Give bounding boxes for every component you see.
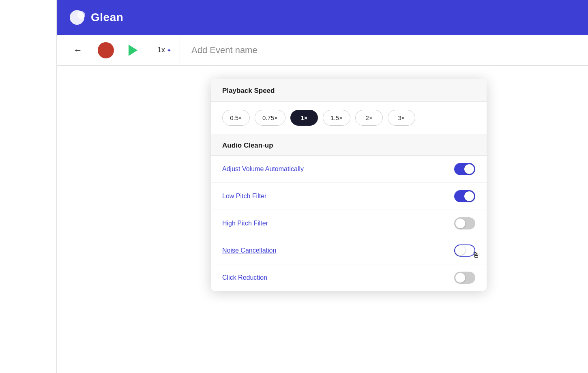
high-pitch-filter-toggle[interactable] xyxy=(454,217,475,229)
adjust-volume-toggle[interactable]: ✓ xyxy=(454,163,475,175)
speed-option-0.75x[interactable]: 0.75× xyxy=(255,110,285,126)
toggle-checkmark: ✓ xyxy=(468,166,473,172)
svg-point-1 xyxy=(77,11,85,19)
settings-dropdown: Playback Speed 0.5× 0.75× 1× 1.5× 2× 3× … xyxy=(211,79,487,291)
playback-speed-header: Playback Speed xyxy=(211,79,487,102)
toggle-row-high-pitch: High Pitch Filter xyxy=(211,210,487,237)
speed-button[interactable]: 1x✦ xyxy=(151,46,178,54)
speed-option-1.5x[interactable]: 1.5× xyxy=(323,110,350,126)
app-title: Glean xyxy=(91,11,123,24)
event-name-field[interactable]: Add Event name xyxy=(182,45,578,56)
speed-option-1x[interactable]: 1× xyxy=(290,110,318,126)
toggle-row-low-pitch: Low Pitch Filter ✓ xyxy=(211,183,487,210)
toolbar: ← 1x✦ Add Event name xyxy=(57,35,588,66)
low-pitch-filter-toggle[interactable]: ✓ xyxy=(454,190,475,202)
speed-star-icon: ✦ xyxy=(167,47,172,54)
play-button[interactable] xyxy=(119,45,147,56)
speed-options-group: 0.5× 0.75× 1× 1.5× 2× 3× xyxy=(211,102,487,134)
toggle-checkmark: ✓ xyxy=(468,193,473,199)
audio-cleanup-header: Audio Clean-up xyxy=(211,134,487,156)
toolbar-divider-1 xyxy=(91,35,91,66)
high-pitch-filter-label[interactable]: High Pitch Filter xyxy=(222,220,268,227)
speed-option-0.5x[interactable]: 0.5× xyxy=(222,110,250,126)
record-button[interactable] xyxy=(98,42,114,58)
low-pitch-filter-label[interactable]: Low Pitch Filter xyxy=(222,193,266,200)
toolbar-divider-2 xyxy=(149,35,149,66)
adjust-volume-label[interactable]: Adjust Volume Automatically xyxy=(222,165,304,173)
speed-option-2x[interactable]: 2× xyxy=(355,110,383,126)
sidebar xyxy=(0,0,57,373)
back-button[interactable]: ← xyxy=(67,35,89,66)
play-icon xyxy=(129,45,137,56)
click-reduction-label[interactable]: Click Reduction xyxy=(222,274,267,281)
speed-option-3x[interactable]: 3× xyxy=(388,110,415,126)
logo: Glean xyxy=(70,10,123,25)
toolbar-divider-3 xyxy=(180,35,180,66)
click-reduction-toggle[interactable] xyxy=(454,272,475,284)
noise-cancellation-label[interactable]: Noise Cancellation xyxy=(222,247,276,254)
speed-value: 1x xyxy=(157,46,165,54)
noise-cancellation-toggle[interactable]: 🖱 xyxy=(454,244,475,257)
toggle-row-noise-cancellation: Noise Cancellation 🖱 xyxy=(211,237,487,264)
app-header: Glean xyxy=(57,0,588,35)
main-content: Playback Speed 0.5× 0.75× 1× 1.5× 2× 3× … xyxy=(57,66,588,373)
toggle-row-adjust-volume: Adjust Volume Automatically ✓ xyxy=(211,156,487,183)
glean-logo-icon xyxy=(70,10,86,25)
toggle-row-click-reduction: Click Reduction xyxy=(211,264,487,291)
